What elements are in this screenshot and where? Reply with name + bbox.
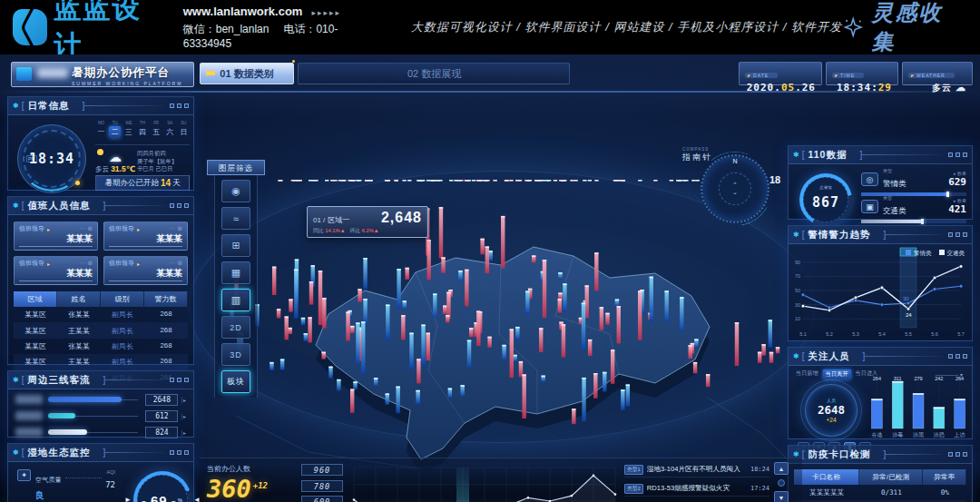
panel-title: 110数据 — [808, 149, 847, 162]
duty-leader-cards: 值班领导▸⋯ ⊗某某某值班领导▸⋯ ⊗某某某值班领导▸⋯ ⊗某某某值班领导▸⋯ … — [8, 215, 193, 289]
panel-controls[interactable] — [170, 378, 189, 382]
svg-text:90: 90 — [795, 260, 800, 265]
svg-text:5.2: 5.2 — [826, 331, 833, 337]
tooltip-region-name: 区域一 — [328, 215, 349, 225]
inspiration-collect[interactable]: 灵感收集 — [842, 0, 960, 56]
checkpoint-table: 卡口名称异常/已检测异常率某某某某某0/3110%某某某某某0/890%某某某某… — [794, 469, 966, 502]
office-count-value: 360+12 — [207, 474, 294, 501]
panel-passenger-flow: ✱[周边三线客流] 2648┆▸612┆▸824┆▸ — [7, 370, 194, 438]
panel-110-data: ✱[110数据] 总警情867 ◎类型警情类▸ 数量629▣类型交通类▸ 数量4… — [788, 145, 973, 220]
compass-dial[interactable]: N ⌃⌄ — [701, 154, 769, 223]
layer-button-bar-chart-icon[interactable]: ▥ — [221, 289, 250, 311]
services-list: 大数据可视化设计 / 软件界面设计 / 网站建设 / 手机及小程序设计 / 软件… — [411, 19, 842, 35]
svg-text:涉黑: 涉黑 — [913, 432, 925, 438]
panel-focus-persons: ✱[关注人员] 当日新增当日离开当日进入 人员 2648 +24 ◦✦◉▮◌ ─… — [788, 347, 973, 439]
panel-title: 值班人员信息 — [27, 200, 90, 212]
panel-daily-info: ✱[日常信息] PM18:34 MO一TU二WE三TH四FR五SA六SU日 ☁ … — [7, 96, 194, 191]
layer-button-板块[interactable]: 板块 — [221, 370, 250, 393]
panel-controls[interactable] — [170, 103, 189, 108]
svg-text:5.4: 5.4 — [878, 331, 886, 337]
app-subtitle: SUMMER WORKING PLATFORM — [72, 81, 188, 86]
layer-button-camera-icon[interactable]: ◉ — [221, 180, 250, 202]
north-marker: N — [732, 158, 737, 164]
y-axis-value: 600 — [301, 496, 343, 502]
weather-plate: WEATHER 多云☁ — [902, 62, 973, 85]
gauge-left-arrow[interactable]: ► — [124, 496, 132, 502]
weather-value: 多云☁ — [908, 82, 966, 94]
wechat-label: 微信： — [183, 23, 216, 35]
wechat-id: ben_lanlan — [216, 23, 270, 35]
svg-text:264: 264 — [956, 376, 964, 381]
air-quality-metric: ✦ 空气质量良 AQI72 — [17, 469, 115, 502]
layer-button-building-icon[interactable]: ▦ — [221, 261, 250, 284]
scroll-down-button[interactable]: ▼ — [774, 491, 789, 502]
weekday-tu: TU二 — [109, 121, 121, 138]
panel-controls[interactable] — [948, 232, 967, 237]
checkpoint-row: 某某某某某0/3110% — [794, 485, 966, 500]
panel-controls[interactable] — [948, 354, 967, 359]
passenger-bars: 2648┆▸612┆▸824┆▸ — [8, 389, 193, 440]
focus-bar-chart: 264在逃311涉毒279涉黑242涉恐264上访 — [867, 375, 970, 438]
date-value: 2020.05.26 — [745, 82, 816, 94]
partly-cloudy-icon: ☁ — [95, 150, 135, 164]
time-label: TIME — [832, 73, 864, 78]
panel-controls[interactable] — [948, 452, 967, 457]
layer-button-signal-icon[interactable]: ≈ — [221, 207, 250, 230]
collect-label: 灵感收集 — [871, 0, 960, 56]
panel-duty-staff: ✱[值班人员信息] 值班领导▸⋯ ⊗某某某值班领导▸⋯ ⊗某某某值班领导▸⋯ ⊗… — [7, 196, 194, 365]
y-axis-value: 960 — [301, 464, 343, 476]
alert-row[interactable]: 类型1湿地3-104片区有不明人员闯入18:24 — [624, 462, 769, 477]
svg-text:264: 264 — [873, 376, 881, 381]
duty-table-row: 某某区王某某副局长268 — [14, 322, 188, 338]
lanlan-logo-icon: 〱 — [13, 9, 47, 45]
layer-button-3D[interactable]: 3D — [221, 343, 250, 366]
redacted-line-label — [15, 395, 43, 404]
panel-controls[interactable] — [948, 153, 967, 157]
panel-controls[interactable] — [170, 450, 189, 455]
layer-button-2D[interactable]: 2D — [221, 316, 250, 339]
svg-text:311: 311 — [894, 376, 902, 381]
map-tooltip: 01 /区域一2,648 同比 14.1%▲环比 6.2%▲ — [307, 206, 428, 238]
tab-marker — [206, 71, 215, 75]
svg-text:24: 24 — [906, 312, 912, 318]
scroll-up-button[interactable]: ▲ — [774, 462, 789, 475]
site-url[interactable]: www.lanlanwork.com — [183, 5, 303, 18]
office-count-label: 当前办公人数 — [207, 464, 294, 474]
alert-row[interactable]: 类型2RD13-53烟感报警疑似火灾17:24 — [624, 481, 769, 497]
focus-gauge: 人员 2648 +24 — [805, 384, 858, 437]
weekday-fr: FR五 — [151, 121, 162, 138]
svg-text:30: 30 — [795, 302, 800, 308]
tab-data-category[interactable]: 01 数据类别 — [200, 63, 294, 84]
focus-tab[interactable]: 当日新增 — [796, 369, 818, 379]
tab-data-display[interactable]: 02 数据展现 — [298, 63, 570, 84]
compass: COMPASS 指南针 N ⌃⌄ 18 — [682, 147, 782, 234]
duty-table-row: 某某区张某某副局长268 — [14, 307, 188, 322]
weekday-th: TH四 — [136, 121, 148, 138]
date-label: DATE — [745, 73, 778, 78]
alert-scroll-buttons: ▲ ▼ — [773, 462, 789, 502]
time-value: 18:34:29 — [832, 82, 892, 94]
panel-controls[interactable] — [170, 203, 189, 208]
redacted-line-label — [15, 411, 43, 420]
panel-title: 关注人员 — [808, 350, 849, 363]
app-title-plate: 暑期办公协作平台 SUMMER WORKING PLATFORM — [11, 62, 194, 87]
passenger-flow-row: 2648┆▸ — [8, 391, 193, 408]
y-axis-value: 780 — [301, 480, 343, 492]
layer-button-people-icon[interactable]: ⊞ — [221, 234, 250, 257]
scroll-dot — [778, 479, 785, 487]
weekday-mo: MO一 — [95, 121, 107, 138]
weekday-su: SU日 — [178, 121, 190, 138]
layer-filter-toolbar: 图层筛选 ◉≈⊞▦▥2D3D板块 — [207, 160, 265, 398]
svg-text:5.6: 5.6 — [931, 331, 938, 337]
office-y-axis: 960780600420240 — [301, 464, 343, 502]
weekday-we: WE三 — [122, 121, 134, 138]
svg-text:279: 279 — [914, 376, 922, 381]
weather-summary: ☁ 多云 31.5℃ — [95, 150, 135, 174]
passenger-value: 612 — [145, 410, 178, 422]
trend-legend: 警情类交通类 — [906, 250, 965, 258]
duty-leader-card: 值班领导▸⋯ ⊗某某某 — [14, 256, 98, 285]
focus-tab[interactable]: 当日离开 — [823, 369, 851, 379]
alarm-type-row: ◎类型警情类▸ 数量629 — [861, 168, 966, 196]
svg-text:5.7: 5.7 — [957, 331, 965, 337]
phone-label: 电话： — [283, 23, 316, 35]
